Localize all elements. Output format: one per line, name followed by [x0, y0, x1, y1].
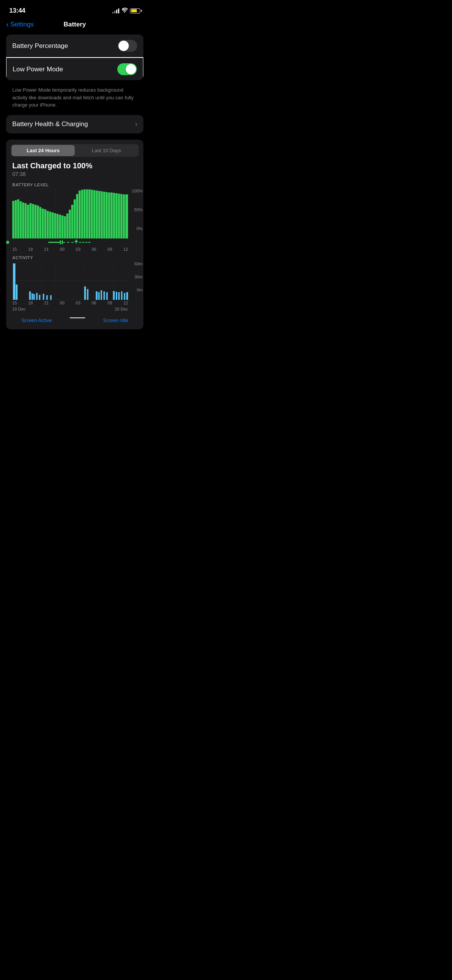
x-label-21: 21: [44, 247, 49, 252]
svg-rect-23: [39, 207, 41, 238]
battery-level-chart-container: 100% 50% 0%: [12, 189, 143, 238]
act-x-00: 00: [60, 301, 64, 305]
back-label: Settings: [10, 21, 34, 28]
svg-rect-77: [43, 294, 44, 300]
screen-idle-label: Screen Idle: [103, 317, 128, 323]
svg-rect-71: [16, 284, 18, 300]
svg-rect-12: [12, 201, 14, 238]
svg-rect-50: [105, 192, 107, 238]
act-y-label-60m: 60m: [135, 261, 143, 266]
tab-10days[interactable]: Last 10 Days: [75, 145, 138, 156]
svg-rect-56: [120, 194, 122, 238]
battery-settings-group: Battery Percentage Low Power Mode: [6, 35, 143, 80]
activity-label: ACTIVITY: [6, 253, 143, 261]
toggle-thumb-lpm: [126, 64, 136, 74]
svg-rect-88: [116, 292, 117, 300]
y-label-0: 0%: [136, 226, 143, 231]
svg-rect-44: [91, 190, 93, 238]
chart-activity-icons: [6, 238, 128, 246]
svg-rect-28: [51, 212, 53, 238]
y-label-50: 50%: [134, 207, 143, 212]
date-labels: 19 Dec 20 Dec: [6, 307, 143, 314]
svg-rect-46: [96, 191, 98, 238]
battery-health-row[interactable]: Battery Health & Charging ›: [6, 115, 143, 133]
chevron-right-icon: ›: [135, 121, 137, 128]
svg-rect-76: [39, 295, 41, 300]
act-x-03: 03: [76, 301, 81, 305]
activity-chart-container: 60m 30m 0m: [12, 261, 143, 300]
date-label-2: 20 Dec: [57, 307, 128, 311]
time-range-tabs[interactable]: Last 24 Hours Last 10 Days: [11, 144, 139, 157]
svg-rect-81: [87, 289, 89, 300]
tab-24hours[interactable]: Last 24 Hours: [12, 145, 75, 156]
screen-legend: Screen Active Screen Idle: [6, 314, 143, 329]
x-label-03: 03: [76, 247, 81, 252]
low-power-mode-toggle[interactable]: [117, 63, 137, 75]
svg-rect-57: [123, 194, 125, 238]
main-content: Battery Percentage Low Power Mode Low Po…: [0, 35, 150, 329]
act-x-06: 06: [92, 301, 96, 305]
back-button[interactable]: ‹ Settings: [6, 21, 34, 29]
activity-chart: [12, 261, 128, 300]
svg-rect-53: [113, 193, 115, 238]
signal-icon: [112, 8, 119, 13]
date-label-1: 19 Dec: [12, 307, 26, 311]
battery-percentage-row[interactable]: Battery Percentage: [6, 35, 143, 58]
low-power-mode-row[interactable]: Low Power Mode: [6, 57, 143, 80]
legend-divider: [70, 317, 85, 318]
svg-rect-27: [49, 212, 51, 238]
act-x-09: 09: [107, 301, 112, 305]
svg-rect-52: [110, 192, 112, 238]
svg-rect-14: [17, 199, 19, 238]
screen-active-legend[interactable]: Screen Active: [21, 317, 52, 323]
svg-rect-41: [84, 189, 85, 238]
svg-rect-74: [33, 294, 35, 300]
svg-rect-20: [32, 204, 34, 238]
svg-rect-82: [96, 291, 98, 300]
page-title: Battery: [64, 21, 86, 28]
status-bar: 13:44: [0, 0, 150, 19]
svg-rect-31: [59, 215, 61, 238]
screen-active-label: Screen Active: [21, 317, 52, 323]
act-x-12: 12: [123, 301, 128, 305]
screen-idle-legend[interactable]: Screen Idle: [103, 317, 128, 323]
svg-rect-70: [13, 263, 15, 300]
last-charged-title: Last Charged to 100%: [12, 161, 137, 170]
svg-rect-42: [86, 189, 88, 238]
svg-rect-45: [93, 190, 95, 238]
svg-rect-34: [66, 214, 68, 238]
svg-rect-72: [29, 291, 31, 300]
battery-health-label: Battery Health & Charging: [12, 120, 88, 128]
svg-rect-16: [22, 202, 24, 238]
x-label-15: 15: [12, 247, 17, 252]
act-x-15: 15: [12, 301, 17, 305]
svg-rect-40: [81, 190, 83, 238]
svg-rect-87: [113, 291, 115, 300]
battery-status-icon: [130, 8, 140, 13]
svg-rect-15: [20, 201, 21, 238]
x-label-18: 18: [28, 247, 33, 252]
svg-rect-25: [44, 209, 46, 238]
svg-rect-78: [46, 295, 48, 300]
low-power-mode-label: Low Power Mode: [13, 66, 63, 73]
x-label-12: 12: [123, 247, 128, 252]
act-y-label-30m: 30m: [135, 275, 143, 279]
svg-rect-80: [84, 286, 86, 300]
status-time: 13:44: [9, 7, 25, 15]
battery-health-group: Battery Health & Charging ›: [6, 115, 143, 133]
activity-y-labels: 60m 30m 0m: [135, 261, 143, 292]
svg-rect-85: [104, 291, 105, 300]
nav-bar: ‹ Settings Battery: [0, 19, 150, 35]
svg-rect-26: [47, 211, 49, 238]
last-charged-time: 07:38: [12, 171, 137, 177]
svg-rect-92: [126, 292, 128, 300]
svg-rect-48: [101, 191, 103, 238]
svg-rect-51: [108, 192, 110, 238]
svg-rect-75: [36, 293, 38, 300]
chart-section: Last 24 Hours Last 10 Days Last Charged …: [6, 140, 143, 329]
svg-rect-54: [115, 193, 117, 238]
low-power-description: Low Power Mode temporarily reduces backg…: [6, 83, 143, 115]
svg-rect-18: [27, 205, 29, 238]
battery-percentage-toggle[interactable]: [118, 40, 137, 52]
status-icons: [112, 8, 140, 14]
